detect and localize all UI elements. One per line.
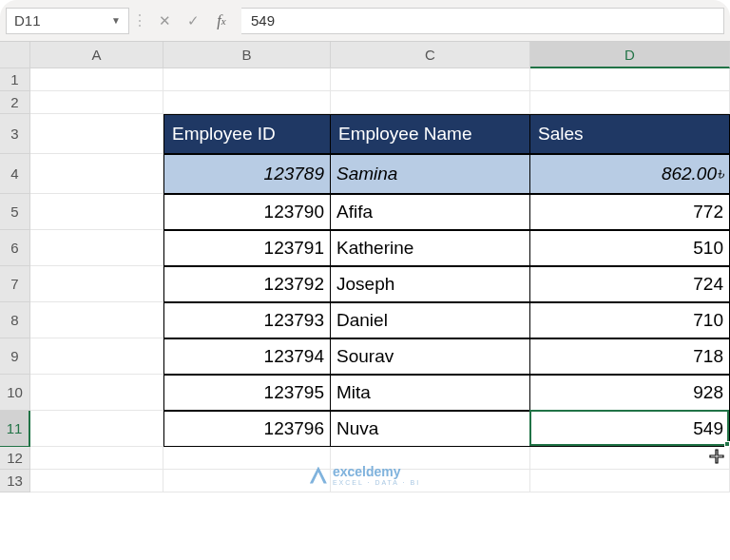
table-cell-sales[interactable]: 510 bbox=[530, 230, 730, 266]
table-cell-name[interactable]: Katherine bbox=[331, 230, 530, 266]
column-header-A[interactable]: A bbox=[30, 42, 163, 68]
name-box-value: D11 bbox=[14, 12, 41, 29]
cell-D2[interactable] bbox=[530, 91, 730, 114]
cell-D1[interactable] bbox=[530, 68, 730, 91]
cell-A12[interactable] bbox=[30, 447, 163, 470]
row-header-3[interactable]: 3 bbox=[0, 114, 30, 154]
row-header-4[interactable]: 4 bbox=[0, 154, 30, 194]
column-header-B[interactable]: B bbox=[163, 42, 331, 68]
table-cell-name[interactable]: Joseph bbox=[331, 266, 530, 302]
row-header-13[interactable]: 13 bbox=[0, 470, 30, 492]
table-cell-sales[interactable]: 724 bbox=[530, 266, 730, 302]
table-cell-id[interactable]: 123794 bbox=[163, 338, 331, 375]
table-header-C[interactable]: Employee Name bbox=[331, 114, 530, 154]
cell-C2[interactable] bbox=[331, 91, 530, 114]
row-header-8[interactable]: 8 bbox=[0, 302, 30, 338]
cell-B2[interactable] bbox=[163, 91, 331, 114]
cancel-formula-button[interactable]: ✕ bbox=[150, 8, 179, 34]
formula-input-value: 549 bbox=[251, 12, 275, 29]
cell-A11[interactable] bbox=[30, 411, 163, 447]
table-cell-sales[interactable]: 928 bbox=[530, 375, 730, 411]
cell-A4[interactable] bbox=[30, 154, 163, 194]
cell-B13[interactable] bbox=[163, 470, 331, 492]
cell-A2[interactable] bbox=[30, 91, 163, 114]
table-header-D[interactable]: Sales bbox=[530, 114, 730, 154]
cell-B12[interactable] bbox=[163, 447, 331, 470]
row-header-5[interactable]: 5 bbox=[0, 194, 30, 230]
cell-A1[interactable] bbox=[30, 68, 163, 91]
row-header-6[interactable]: 6 bbox=[0, 230, 30, 266]
table-cell-id[interactable]: 123791 bbox=[163, 230, 331, 266]
formula-input[interactable]: 549 bbox=[241, 8, 724, 34]
row-header-2[interactable]: 2 bbox=[0, 91, 30, 114]
table-cell-id[interactable]: 123795 bbox=[163, 375, 331, 411]
name-box-dropdown-icon[interactable]: ▼ bbox=[111, 15, 121, 26]
cell-A8[interactable] bbox=[30, 302, 163, 338]
watermark-tag: EXCEL · DATA · BI bbox=[333, 479, 420, 486]
table-cell-name[interactable]: Afifa bbox=[331, 194, 530, 230]
table-cell-id[interactable]: 123793 bbox=[163, 302, 331, 338]
table-cell-sales[interactable]: 862.00৳ bbox=[530, 154, 730, 194]
row-header-1[interactable]: 1 bbox=[0, 68, 30, 91]
table-cell-sales[interactable]: 718 bbox=[530, 338, 730, 375]
cell-B1[interactable] bbox=[163, 68, 331, 91]
table-cell-name[interactable]: Samina bbox=[331, 154, 530, 194]
watermark-logo-icon bbox=[310, 467, 327, 484]
table-cell-name[interactable]: Nuva bbox=[331, 411, 530, 447]
table-cell-sales[interactable]: 549 bbox=[530, 411, 730, 447]
table-header-B[interactable]: Employee ID bbox=[163, 114, 331, 154]
cell-C1[interactable] bbox=[331, 68, 530, 91]
cell-D13[interactable] bbox=[530, 470, 730, 492]
table-cell-name[interactable]: Sourav bbox=[331, 338, 530, 375]
cell-D12[interactable] bbox=[530, 447, 730, 470]
table-cell-name[interactable]: Daniel bbox=[331, 302, 530, 338]
cell-A3[interactable] bbox=[30, 114, 163, 154]
table-cell-id[interactable]: 123789 bbox=[163, 154, 331, 194]
select-all-corner[interactable] bbox=[0, 42, 30, 68]
cell-A13[interactable] bbox=[30, 470, 163, 492]
watermark-brand: exceldemy bbox=[333, 464, 401, 479]
table-cell-id[interactable]: 123796 bbox=[163, 411, 331, 447]
formula-bar: D11 ▼ ⋮ ✕ ✓ fx 549 bbox=[0, 0, 730, 42]
table-cell-sales[interactable]: 710 bbox=[530, 302, 730, 338]
table-cell-id[interactable]: 123792 bbox=[163, 266, 331, 302]
accept-formula-button[interactable]: ✓ bbox=[179, 8, 207, 34]
cell-A6[interactable] bbox=[30, 230, 163, 266]
name-box[interactable]: D11 ▼ bbox=[6, 8, 129, 34]
row-header-9[interactable]: 9 bbox=[0, 338, 30, 375]
cell-A7[interactable] bbox=[30, 266, 163, 302]
formula-bar-separator: ⋮ bbox=[135, 8, 144, 34]
insert-function-button[interactable]: fx bbox=[207, 8, 236, 34]
table-cell-id[interactable]: 123790 bbox=[163, 194, 331, 230]
cell-A9[interactable] bbox=[30, 338, 163, 375]
table-cell-name[interactable]: Mita bbox=[331, 375, 530, 411]
cell-A5[interactable] bbox=[30, 194, 163, 230]
cell-A10[interactable] bbox=[30, 375, 163, 411]
column-header-C[interactable]: C bbox=[331, 42, 530, 68]
row-header-12[interactable]: 12 bbox=[0, 447, 30, 470]
column-header-D[interactable]: D bbox=[530, 42, 730, 68]
row-header-11[interactable]: 11 bbox=[0, 411, 30, 447]
spreadsheet-grid[interactable]: ABCDE123Employee IDEmployee NameSales412… bbox=[0, 42, 730, 492]
row-header-7[interactable]: 7 bbox=[0, 266, 30, 302]
table-cell-sales[interactable]: 772 bbox=[530, 194, 730, 230]
row-header-10[interactable]: 10 bbox=[0, 375, 30, 411]
watermark: exceldemy EXCEL · DATA · BI bbox=[310, 464, 420, 486]
